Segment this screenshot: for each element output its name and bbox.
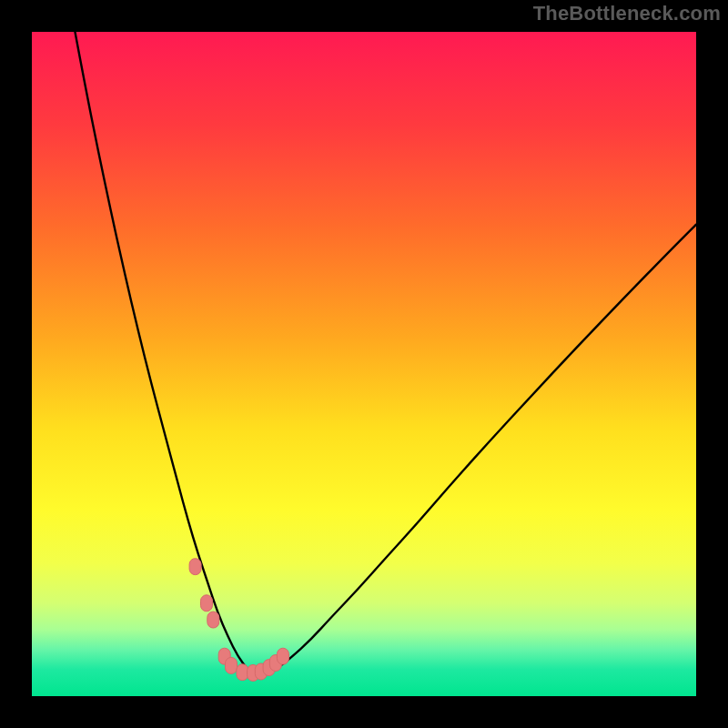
marker-point [200,595,212,612]
watermark-text: TheBottleneck.com [533,2,721,25]
chart-frame: TheBottleneck.com [0,0,728,728]
marker-point [237,664,248,681]
gradient-background [32,32,696,696]
plot-area [32,32,696,696]
marker-point [189,559,201,575]
marker-point [277,648,288,664]
plot-svg [32,32,696,696]
marker-point [207,612,219,628]
marker-point [226,657,238,673]
